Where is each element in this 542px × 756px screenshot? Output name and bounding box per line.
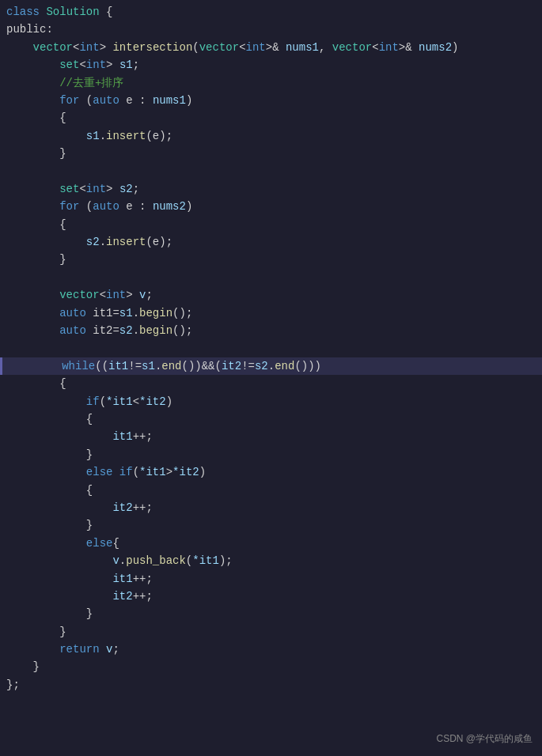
code-token bbox=[6, 322, 59, 339]
code-line: auto it1=s1.begin(); bbox=[0, 304, 542, 322]
code-token: *it1 bbox=[192, 552, 219, 569]
code-token: public: bbox=[6, 21, 53, 38]
code-token: (e); bbox=[146, 233, 172, 251]
code-token: ++; bbox=[133, 588, 153, 605]
code-token bbox=[6, 109, 59, 127]
code-line: it2++; bbox=[0, 588, 542, 605]
code-token: nums2 bbox=[419, 39, 452, 56]
code-token: int bbox=[86, 180, 106, 198]
code-line: class Solution { bbox=[0, 3, 542, 21]
code-token: ++; bbox=[133, 499, 153, 516]
code-token: . bbox=[100, 127, 106, 145]
code-line: else if(*it1>*it2) bbox=[0, 463, 542, 481]
code-token: it1 bbox=[108, 357, 128, 375]
code-token: } bbox=[86, 516, 93, 534]
code-line: { bbox=[0, 410, 542, 428]
code-token: *it2 bbox=[172, 463, 199, 481]
code-token bbox=[112, 463, 119, 481]
code-token: nums1 bbox=[153, 92, 186, 109]
code-token: { bbox=[86, 410, 93, 428]
code-token: < bbox=[239, 39, 245, 56]
code-token: ( bbox=[186, 552, 192, 569]
code-token bbox=[6, 304, 59, 322]
code-token: int bbox=[86, 56, 106, 74]
code-token: s2 bbox=[119, 322, 133, 339]
code-token: . bbox=[133, 304, 139, 322]
code-token: vector bbox=[332, 39, 372, 56]
code-token: s1 bbox=[142, 357, 155, 375]
code-token: ) bbox=[186, 198, 192, 215]
code-token: *it2 bbox=[139, 393, 166, 410]
code-token: ; bbox=[146, 286, 152, 304]
code-token: { bbox=[86, 482, 93, 499]
code-token: . bbox=[133, 322, 139, 339]
code-token: ( bbox=[100, 393, 106, 410]
code-token: s2 bbox=[86, 233, 100, 251]
code-token: int bbox=[246, 39, 266, 56]
code-token: auto bbox=[93, 92, 119, 109]
code-line: it2++; bbox=[0, 499, 542, 516]
code-line: } bbox=[0, 145, 542, 162]
code-token: vector bbox=[59, 286, 99, 304]
code-token: ; bbox=[112, 641, 119, 658]
code-token: ++; bbox=[133, 570, 153, 588]
code-token bbox=[6, 641, 59, 658]
code-token: . bbox=[268, 357, 275, 375]
code-token: Solution bbox=[46, 3, 99, 21]
code-token: > bbox=[126, 286, 139, 304]
code-token: < bbox=[79, 56, 85, 74]
code-token bbox=[100, 641, 106, 658]
code-token: (e); bbox=[146, 127, 172, 145]
code-token: ++; bbox=[133, 428, 153, 445]
code-token: { bbox=[100, 3, 113, 21]
code-token: e : bbox=[119, 198, 153, 215]
code-token: for bbox=[59, 92, 79, 109]
code-token: ())&&( bbox=[182, 357, 222, 375]
code-token: push_back bbox=[126, 552, 186, 569]
code-token bbox=[6, 39, 33, 56]
code-line: } bbox=[0, 658, 542, 675]
code-token: ; bbox=[133, 180, 139, 198]
code-line: { bbox=[0, 375, 542, 392]
code-token bbox=[6, 92, 59, 109]
code-token: it1= bbox=[86, 304, 119, 322]
code-token bbox=[6, 74, 59, 92]
code-token: s1 bbox=[119, 56, 133, 74]
code-token bbox=[6, 570, 112, 588]
code-token: it2 bbox=[112, 499, 132, 516]
code-line: public: bbox=[0, 21, 542, 38]
code-line: if(*it1<*it2) bbox=[0, 393, 542, 410]
code-token: //去重+排序 bbox=[59, 74, 123, 92]
code-line: set<int> s1; bbox=[0, 56, 542, 74]
code-token: *it1 bbox=[139, 463, 166, 481]
code-token: ) bbox=[166, 393, 172, 410]
code-token: begin bbox=[139, 322, 172, 339]
code-token: vector bbox=[33, 39, 73, 56]
code-token: it1 bbox=[112, 570, 132, 588]
code-line: } bbox=[0, 516, 542, 534]
code-token: class bbox=[6, 3, 46, 21]
code-line: for (auto e : nums2) bbox=[0, 198, 542, 215]
code-token: s2 bbox=[255, 357, 268, 375]
code-line: auto it2=s2.begin(); bbox=[0, 322, 542, 339]
code-line: while((it1!=s1.end())&&(it2!=s2.end())) bbox=[0, 357, 542, 375]
code-token: } bbox=[86, 605, 93, 622]
code-token: . bbox=[100, 233, 106, 251]
code-token bbox=[6, 180, 59, 198]
code-token bbox=[6, 233, 86, 251]
code-token: > bbox=[166, 463, 172, 481]
code-token: . bbox=[119, 552, 126, 569]
code-line: else{ bbox=[0, 535, 542, 552]
code-token: it2= bbox=[86, 322, 119, 339]
code-token bbox=[6, 446, 86, 463]
code-token: int bbox=[379, 39, 399, 56]
code-line: set<int> s2; bbox=[0, 180, 542, 198]
code-token: ( bbox=[192, 39, 199, 56]
code-line: s2.insert(e); bbox=[0, 233, 542, 251]
code-token: . bbox=[155, 357, 161, 375]
code-token bbox=[6, 499, 112, 516]
code-token: < bbox=[100, 286, 106, 304]
code-token: else bbox=[86, 463, 113, 481]
code-token: { bbox=[59, 375, 66, 392]
code-line: vector<int> v; bbox=[0, 286, 542, 304]
